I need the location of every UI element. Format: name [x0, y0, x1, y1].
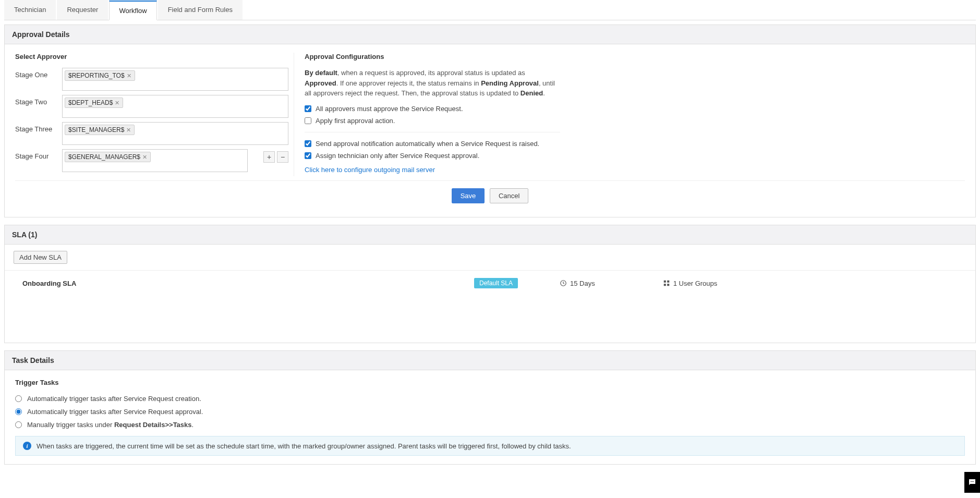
stage-three-input[interactable]: $SITE_MANAGER$✕	[62, 122, 288, 145]
trigger-tasks-label: Trigger Tasks	[15, 379, 965, 386]
tab-requester[interactable]: Requester	[57, 0, 108, 20]
remove-tag-icon[interactable]: ✕	[127, 72, 131, 79]
task-details-panel: Task Details Trigger Tasks Automatically…	[4, 350, 976, 465]
task-info-box: i When tasks are triggered, the current …	[15, 436, 965, 456]
add-stage-button[interactable]: +	[263, 151, 275, 163]
stage-two-input[interactable]: $DEPT_HEAD$✕	[62, 95, 288, 118]
task-header: Task Details	[5, 351, 975, 370]
svg-rect-2	[667, 281, 669, 283]
tab-workflow[interactable]: Workflow	[109, 1, 156, 20]
all-approvers-checkbox[interactable]	[305, 105, 311, 112]
configure-mail-link[interactable]: Click here to configure outgoing mail se…	[305, 166, 435, 174]
approval-header: Approval Details	[5, 25, 975, 44]
approver-tag: $GENERAL_MANAGER$✕	[65, 152, 151, 162]
add-sla-button[interactable]: Add New SLA	[14, 251, 67, 264]
send-notification-checkbox[interactable]	[305, 140, 311, 147]
stage-label: Stage One	[15, 68, 62, 79]
stage-four-input[interactable]: $GENERAL_MANAGER$✕	[62, 149, 248, 172]
remove-tag-icon[interactable]: ✕	[115, 100, 119, 106]
group-icon	[663, 280, 670, 287]
approver-tag: $REPORTING_TO$✕	[65, 70, 135, 81]
stage-label: Stage Two	[15, 95, 62, 106]
approval-config-label: Approval Configurations	[305, 53, 560, 60]
stage-label: Stage Three	[15, 122, 62, 133]
svg-rect-3	[664, 284, 666, 286]
sla-name: Onboarding SLA	[15, 280, 474, 287]
stage-one-input[interactable]: $REPORTING_TO$✕	[62, 68, 288, 91]
trigger-after-approval-label: Automatically trigger tasks after Servic…	[27, 408, 203, 416]
trigger-after-creation-label: Automatically trigger tasks after Servic…	[27, 395, 201, 403]
info-icon: i	[23, 442, 31, 450]
task-info-text: When tasks are triggered, the current ti…	[37, 442, 571, 450]
first-approval-label: Apply first approval action.	[316, 117, 395, 125]
assign-after-checkbox[interactable]	[305, 152, 311, 159]
tabs-bar: Technician Requester Workflow Field and …	[4, 0, 976, 20]
all-approvers-label: All approvers must approve the Service R…	[316, 105, 463, 113]
select-approver-label: Select Approver	[15, 53, 288, 60]
trigger-after-approval-radio[interactable]	[15, 408, 22, 415]
cancel-button[interactable]: Cancel	[490, 188, 528, 203]
approver-tag: $DEPT_HEAD$✕	[65, 98, 123, 108]
approval-description: By default, when a request is approved, …	[305, 68, 560, 99]
svg-rect-1	[664, 281, 666, 283]
stage-label: Stage Four	[15, 149, 62, 160]
sla-header: SLA (1)	[5, 225, 975, 245]
trigger-after-creation-radio[interactable]	[15, 395, 22, 402]
tab-technician[interactable]: Technician	[4, 0, 56, 20]
sla-duration: 15 Days	[570, 280, 595, 287]
svg-rect-4	[667, 284, 669, 286]
sla-item[interactable]: Onboarding SLA Default SLA 15 Days 1 Use…	[5, 270, 975, 296]
remove-stage-button[interactable]: −	[277, 151, 288, 163]
sla-groups: 1 User Groups	[673, 280, 718, 287]
clock-icon	[560, 280, 567, 287]
send-notification-label: Send approval notification automatically…	[316, 140, 539, 148]
trigger-manual-label: Manually trigger tasks under Request Det…	[27, 421, 193, 429]
tab-field-form-rules[interactable]: Field and Form Rules	[158, 0, 243, 20]
sla-panel: SLA (1) Add New SLA Onboarding SLA Defau…	[4, 225, 976, 343]
approval-details-panel: Approval Details Select Approver Stage O…	[4, 25, 976, 217]
save-button[interactable]: Save	[452, 188, 485, 203]
remove-tag-icon[interactable]: ✕	[142, 154, 147, 160]
assign-after-label: Assign technician only after Service Req…	[316, 152, 479, 160]
sla-default-badge: Default SLA	[474, 278, 518, 288]
first-approval-checkbox[interactable]	[305, 117, 311, 124]
trigger-manual-radio[interactable]	[15, 421, 22, 428]
approver-tag: $SITE_MANAGER$✕	[65, 125, 135, 135]
remove-tag-icon[interactable]: ✕	[126, 127, 131, 133]
